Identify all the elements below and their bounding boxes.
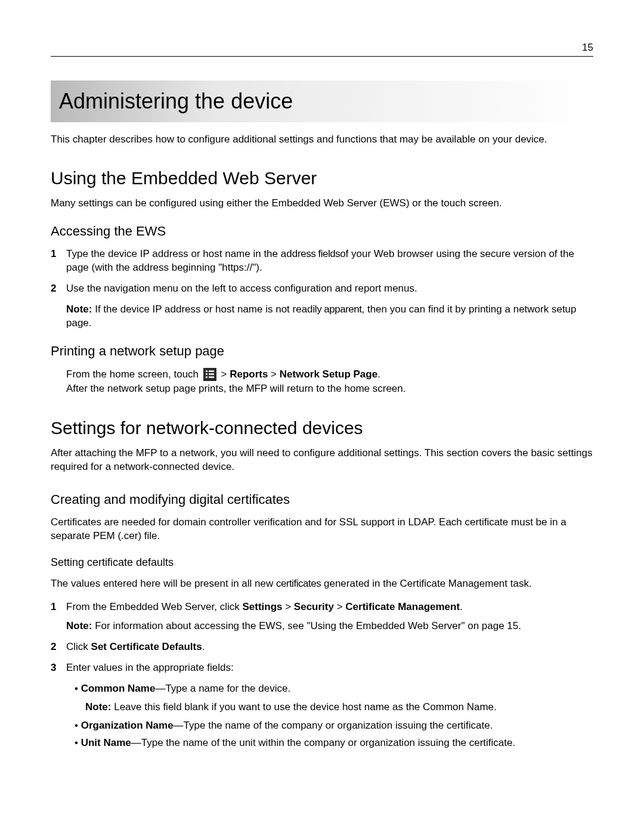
- field-description: Type the name of the unit within the com…: [141, 737, 515, 748]
- step-text: Enter values in the appropriate fields:: [66, 661, 593, 675]
- text-fragment: —: [174, 720, 184, 731]
- subsection-accessing-ews-title: Accessing the EWS: [51, 224, 593, 239]
- text-fragment: .: [202, 641, 205, 652]
- text-fragment: >: [334, 601, 345, 612]
- field-description: Type the name of the company or organiza…: [184, 720, 493, 731]
- note-text: If the device IP address or host name is…: [92, 304, 312, 315]
- section-settings-network-body: After attaching the MFP to a network, yo…: [51, 447, 593, 474]
- step-number: 1: [51, 247, 66, 275]
- note-text: Leave this field blank if you want to us…: [111, 701, 496, 713]
- printing-instructions: From the home screen, touch > Reports > …: [66, 367, 593, 397]
- subsection-digital-certificates-title: Creating and modifying digital certifica…: [51, 492, 593, 507]
- text-fragment: From the Embedded Web Server, click: [66, 601, 242, 612]
- subsubsection-cert-defaults-title: Setting certificate defaults: [51, 556, 593, 569]
- text-fragment: The values entered here will be present …: [51, 578, 276, 589]
- field-note: Note: Leave this field blank if you want…: [85, 701, 593, 714]
- set-certificate-defaults-label: Set Certificate Defaults: [91, 641, 202, 652]
- field-label: Unit Name: [81, 737, 131, 748]
- chapter-title: Administering the device: [51, 80, 593, 122]
- text-fragment: .: [460, 601, 463, 612]
- text-fragment: ress fields: [298, 248, 340, 259]
- text-fragment: ily apparent: [313, 304, 362, 315]
- section-using-ews-body: Many settings can be configured using ei…: [51, 197, 593, 210]
- page-number: 15: [51, 42, 593, 57]
- field-common-name: Common Name—Type a name for the device.: [75, 682, 593, 696]
- text-fragment: Type the device IP address or host name …: [66, 248, 298, 259]
- text-fragment: From the home screen, touch: [66, 368, 202, 380]
- field-label: Common Name: [81, 683, 156, 694]
- text-fragment: After the network setup page prints, the…: [66, 383, 405, 394]
- breadcrumb-settings: Settings: [242, 601, 282, 612]
- subsection-printing-network-setup-title: Printing a network setup page: [51, 343, 593, 359]
- section-settings-network-title: Settings for network-connected devices: [51, 418, 593, 438]
- note-text: For information about accessing the EWS,…: [92, 620, 521, 631]
- text-fragment: —: [131, 737, 141, 748]
- text-fragment: .: [377, 368, 380, 380]
- text-fragment: Click: [66, 641, 91, 652]
- chapter-intro: This chapter describes how to configure …: [51, 133, 593, 147]
- text-fragment: certificates: [276, 578, 321, 589]
- field-unit-name: Unit Name—Type the name of the unit with…: [75, 736, 593, 750]
- note-label: Note:: [66, 304, 92, 315]
- note-label: Note:: [66, 620, 92, 631]
- note-block: Note: If the device IP address or host n…: [66, 303, 593, 330]
- text-fragment: >: [218, 368, 230, 380]
- step-number: 1: [51, 600, 66, 634]
- field-label: Organization Name: [81, 720, 174, 731]
- field-description: Type a name for the device.: [165, 683, 290, 694]
- list-item: 1 Type the device IP address or host nam…: [51, 247, 593, 275]
- breadcrumb-reports: Reports: [230, 368, 268, 380]
- text-fragment: generated in the Certificate Management …: [321, 578, 531, 589]
- step-number: 2: [51, 282, 66, 296]
- list-item: 1 From the Embedded Web Server, click Se…: [51, 600, 593, 634]
- text-fragment: >: [282, 601, 293, 612]
- list-item: 2 Use the navigation menu on the left to…: [51, 282, 593, 296]
- breadcrumb-security: Security: [294, 601, 334, 612]
- step-text: Type the device IP address or host name …: [66, 247, 593, 275]
- list-item: 3 Enter values in the appropriate fields…: [51, 661, 593, 675]
- breadcrumb-certificate-management: Certificate Management: [345, 601, 460, 612]
- menu-list-icon: [203, 368, 216, 381]
- step-text: Use the navigation menu on the left to a…: [66, 282, 593, 296]
- breadcrumb-network-setup-page: Network Setup Page: [280, 368, 377, 380]
- step-number: 2: [51, 640, 66, 654]
- text-fragment: >: [268, 368, 279, 380]
- step-number: 3: [51, 661, 66, 675]
- note-label: Note:: [85, 701, 111, 713]
- step-text: Click Set Certificate Defaults.: [66, 640, 593, 654]
- section-using-ews-title: Using the Embedded Web Server: [51, 168, 593, 188]
- step-text: From the Embedded Web Server, click Sett…: [66, 600, 593, 634]
- text-fragment: —: [155, 683, 165, 694]
- subsection-digital-certificates-body: Certificates are needed for domain contr…: [51, 516, 593, 543]
- subsubsection-cert-defaults-body: The values entered here will be present …: [51, 577, 593, 591]
- field-organization-name: Organization Name—Type the name of the c…: [75, 719, 593, 733]
- list-item: 2 Click Set Certificate Defaults.: [51, 640, 593, 654]
